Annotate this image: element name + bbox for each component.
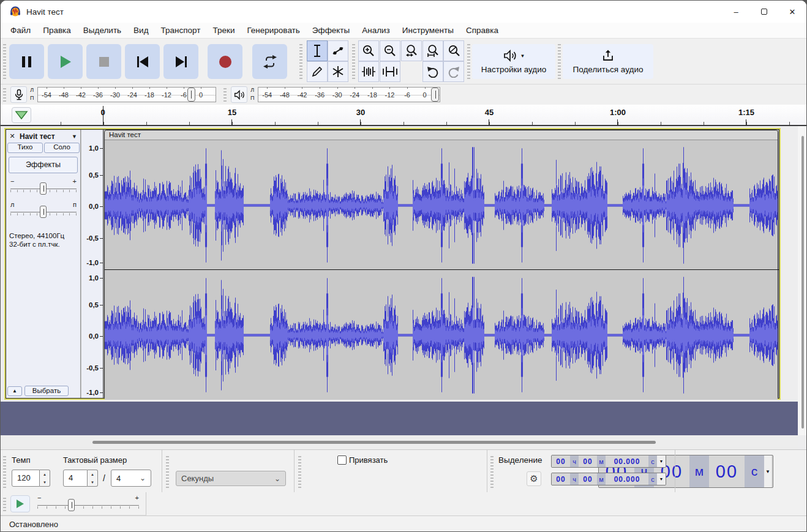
multi-tool-button[interactable] — [328, 61, 348, 82]
time-format-dropdown-icon[interactable]: ▼ — [764, 455, 771, 487]
gain-slider[interactable]: − + — [9, 178, 78, 198]
record-meter-button[interactable] — [10, 86, 27, 103]
maximize-button[interactable] — [750, 1, 778, 23]
selection-start-field[interactable]: 00 ч 00 м 00.000 с ▼ — [551, 455, 666, 468]
zoom-out-button[interactable] — [380, 40, 400, 61]
loop-button[interactable] — [252, 44, 287, 79]
effects-button[interactable]: Эффекты — [9, 157, 78, 173]
skip-to-end-button[interactable] — [163, 44, 198, 79]
waveform-channel-left[interactable] — [105, 141, 778, 270]
fit-selection-button[interactable] — [401, 40, 422, 61]
selection-end-dropdown-icon[interactable]: ▼ — [657, 473, 666, 485]
timesig-spin-up-icon[interactable]: ▲ — [88, 470, 97, 478]
close-button[interactable]: ✕ — [778, 1, 806, 23]
audio-setup-button[interactable]: ▼ Настройки аудио — [472, 44, 555, 79]
share-audio-button[interactable]: Поделиться аудио — [563, 44, 653, 79]
selection-tool-button[interactable] — [307, 40, 328, 61]
pan-slider[interactable]: л п — [9, 201, 78, 222]
collapse-track-button[interactable]: ▲ — [7, 386, 22, 396]
menu-view[interactable]: Вид — [127, 24, 154, 37]
menu-transport[interactable]: Транспорт — [155, 24, 207, 37]
timesig-spinner[interactable]: ▲ ▼ — [88, 470, 98, 487]
waveform-channel-right[interactable] — [105, 271, 778, 400]
redo-button[interactable] — [443, 61, 464, 82]
menu-edit[interactable]: Правка — [37, 24, 77, 37]
envelope-tool-button[interactable] — [328, 40, 348, 61]
timesig-upper-input[interactable]: 4 — [63, 470, 88, 487]
menu-effects[interactable]: Эффекты — [306, 24, 356, 37]
select-track-button[interactable]: Выбрать — [24, 386, 69, 396]
speed-slider-thumb[interactable] — [68, 499, 75, 511]
solo-button[interactable]: Соло — [44, 143, 80, 153]
gain-slider-thumb[interactable] — [40, 182, 47, 195]
pan-slider-thumb[interactable] — [40, 206, 47, 218]
record-button[interactable] — [208, 44, 242, 79]
time-toolbar-grip[interactable] — [298, 455, 301, 488]
vertical-scrollbar[interactable] — [798, 126, 807, 435]
selection-settings-button[interactable]: ⚙ — [527, 471, 541, 486]
menu-tools[interactable]: Инструменты — [396, 24, 460, 37]
trim-audio-button[interactable] — [358, 61, 379, 82]
play-button[interactable] — [48, 44, 83, 79]
mute-button[interactable]: Тихо — [7, 143, 43, 153]
speed-slider-ticks — [37, 506, 139, 509]
play-at-speed-button[interactable] — [10, 495, 30, 512]
stop-button[interactable] — [86, 44, 121, 79]
pause-button[interactable] — [9, 44, 44, 79]
horizontal-scrollbar[interactable] — [1, 435, 798, 449]
position-seconds[interactable]: 00 — [709, 455, 745, 487]
playback-meter[interactable]: -54-48-42-36-30-24-18-12-60 — [258, 87, 440, 102]
transport-toolbar-grip[interactable] — [3, 43, 6, 79]
menu-generate[interactable]: Генерировать — [241, 24, 306, 37]
audio-clip[interactable]: Havit тест — [104, 130, 778, 398]
track-name[interactable]: Havit тест — [20, 132, 72, 141]
minimize-button[interactable]: – — [722, 1, 750, 23]
menu-analyze[interactable]: Анализ — [356, 24, 396, 37]
share-audio-grip[interactable] — [558, 43, 561, 79]
record-meter[interactable]: -54-48-42-36-30-24-18-12-60 — [37, 87, 216, 102]
vruler-label: -1,0 — [86, 259, 99, 266]
vertical-scrollbar-thumb[interactable] — [801, 136, 804, 429]
silence-audio-button[interactable] — [380, 61, 400, 82]
zoom-toggle-button[interactable] — [443, 40, 464, 61]
selection-start-dropdown-icon[interactable]: ▼ — [657, 455, 666, 467]
vruler-label: -1,0 — [86, 389, 99, 396]
fit-project-button[interactable] — [422, 40, 443, 61]
record-volume-slider[interactable] — [187, 88, 195, 102]
tempo-input[interactable]: 120 — [12, 470, 40, 487]
menu-help[interactable]: Справка — [460, 24, 505, 37]
time-signature-grip[interactable] — [3, 455, 6, 488]
playback-meter-grip[interactable] — [223, 88, 227, 102]
playback-meter-button[interactable] — [231, 86, 247, 103]
timesig-lower-combo[interactable]: 4⌄ — [111, 470, 151, 487]
vertical-scale-ruler[interactable]: 1,0 0,5 0,0 -0,5 -1,0 1,0 0,5 0,0 -0,5 -… — [81, 130, 103, 398]
timeline-pin-button[interactable] — [12, 107, 31, 123]
timesig-spin-down-icon[interactable]: ▼ — [88, 478, 97, 486]
snapping-grip[interactable] — [166, 455, 169, 488]
edit-toolbar-grip[interactable] — [352, 43, 355, 79]
selection-end-field[interactable]: 00 ч 00 м 00.000 с ▼ — [551, 473, 666, 485]
menu-file[interactable]: Файл — [4, 24, 37, 37]
snap-mode-combo[interactable]: Секунды⌄ — [176, 471, 286, 486]
timeline-ruler[interactable]: 0 15 30 45 1:00 1:15 — [1, 105, 806, 126]
zoom-in-button[interactable] — [358, 40, 379, 61]
record-meter-grip[interactable] — [3, 88, 6, 102]
audio-setup-grip[interactable] — [467, 43, 470, 79]
menu-select[interactable]: Выделить — [77, 24, 127, 37]
tempo-spin-down-icon[interactable]: ▼ — [40, 478, 50, 486]
horizontal-scrollbar-thumb[interactable] — [92, 441, 656, 444]
tempo-spinner[interactable]: ▲ ▼ — [40, 470, 50, 487]
skip-to-start-button[interactable] — [125, 44, 160, 79]
tempo-spin-up-icon[interactable]: ▲ — [40, 470, 50, 478]
tools-toolbar-grip[interactable] — [299, 43, 302, 79]
draw-tool-button[interactable] — [307, 61, 328, 82]
menu-tracks[interactable]: Треки — [206, 24, 241, 37]
track-close-button[interactable]: ✕ — [7, 132, 17, 141]
speed-grip[interactable] — [3, 496, 6, 511]
undo-button[interactable] — [422, 61, 443, 82]
track-menu-arrow-icon[interactable]: ▼ — [72, 133, 77, 140]
playback-volume-slider[interactable] — [431, 88, 439, 102]
speed-slider[interactable]: − + — [36, 493, 140, 514]
clip-header[interactable]: Havit тест — [105, 130, 778, 140]
selection-grip[interactable] — [490, 455, 494, 488]
